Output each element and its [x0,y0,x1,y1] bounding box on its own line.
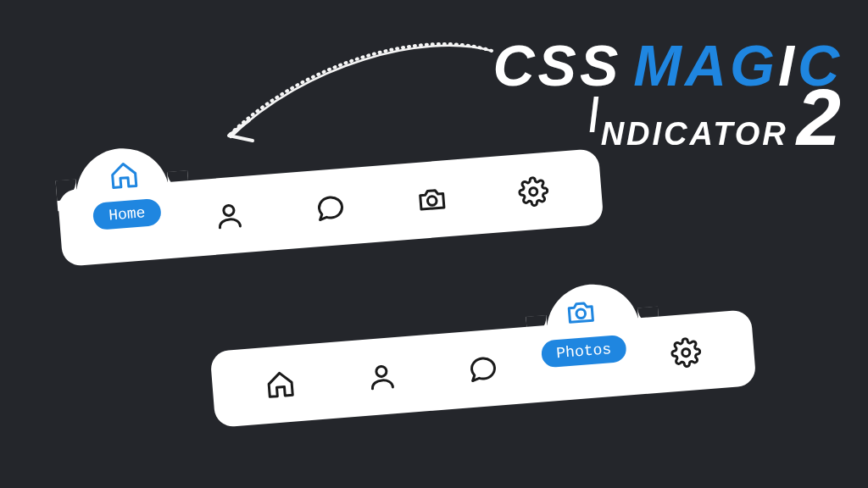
title-version: 2 [797,90,843,146]
gear-icon [517,175,550,208]
nav-item-home[interactable]: Home [79,189,176,258]
navbar-example-1: Home Profile Messages Photos Settings [57,148,604,267]
nav-item-profile[interactable]: Profile [181,197,276,235]
navbar-example-2: Home Profile Messages Photos Settings [209,309,756,428]
nav-item-settings[interactable]: Settings [638,334,733,372]
navbar: Home Profile Messages Photos Settings [57,148,604,267]
svg-point-1 [427,196,437,205]
camera-icon [415,183,448,216]
nav-item-settings[interactable]: Settings [486,173,581,211]
nav-item-photos[interactable]: Photos [536,325,633,395]
svg-point-4 [576,309,586,319]
nav-item-messages[interactable]: Messages [436,350,531,388]
nav-item-label: Home [92,198,161,230]
nav-item-messages[interactable]: Messages [283,189,378,227]
nav-item-home[interactable]: Home [232,366,327,404]
navbar: Home Profile Messages Photos Settings [209,309,756,428]
user-icon [213,199,246,232]
gear-icon [670,336,703,369]
camera-icon [565,296,598,329]
chat-icon [467,352,500,385]
title-css: CSS [493,32,622,98]
arrow-annotation [212,36,500,154]
user-icon [365,360,398,393]
home-icon [108,159,141,192]
svg-point-0 [223,205,234,216]
page-title: CSS MAGIC INDICATOR 2 [493,32,843,152]
chat-icon [314,191,348,225]
home-icon [264,368,297,401]
svg-point-2 [529,187,537,196]
nav-item-photos[interactable]: Photos [384,180,479,219]
svg-point-5 [682,348,690,357]
nav-item-profile[interactable]: Profile [334,358,429,396]
svg-point-3 [376,366,387,377]
title-indicator: INDICATOR [589,116,788,152]
nav-item-label: Photos [540,335,627,369]
